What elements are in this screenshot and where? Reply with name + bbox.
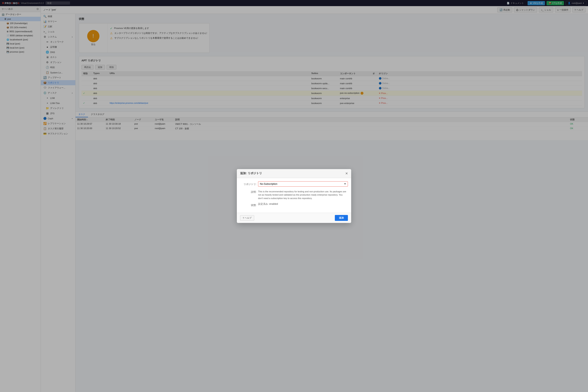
help-question-icon: ? [243, 217, 244, 219]
repo-field: No-Subscription Enterprise Test [258, 181, 348, 186]
status-label-text: 設定済み: [258, 202, 268, 206]
status-value: enabled [269, 202, 278, 206]
status-field: 設定済み: enabled [258, 202, 348, 206]
modal-row-status: 状態: 設定済み: enabled [240, 202, 348, 207]
status-label: 状態: [240, 202, 256, 207]
modal-header: 追加: リポジトリ ✕ [237, 169, 351, 178]
desc-label: 説明: [240, 189, 256, 194]
repo-select[interactable]: No-Subscription Enterprise Test [258, 181, 348, 186]
modal-help-button[interactable]: ? ヘルプ [240, 215, 254, 221]
modal-body: リポジトリ: No-Subscription Enterprise Test 説… [237, 178, 351, 213]
modal-footer: ? ヘルプ 追加 [237, 213, 351, 223]
modal-row-repo: リポジトリ: No-Subscription Enterprise Test [240, 181, 348, 186]
modal-add-button[interactable]: 追加 [335, 215, 348, 221]
modal-row-desc: 説明: This is the recommended repository f… [240, 189, 348, 200]
modal-close-button[interactable]: ✕ [345, 172, 348, 176]
modal-description: This is the recommended repository for t… [258, 190, 348, 200]
modal-overlay: 追加: リポジトリ ✕ リポジトリ: No-Subscription Enter… [0, 0, 588, 392]
desc-field: This is the recommended repository for t… [258, 189, 348, 200]
repo-label: リポジトリ: [240, 181, 256, 186]
modal-title: 追加: リポジトリ [240, 172, 262, 175]
add-repo-modal: 追加: リポジトリ ✕ リポジトリ: No-Subscription Enter… [237, 169, 351, 223]
